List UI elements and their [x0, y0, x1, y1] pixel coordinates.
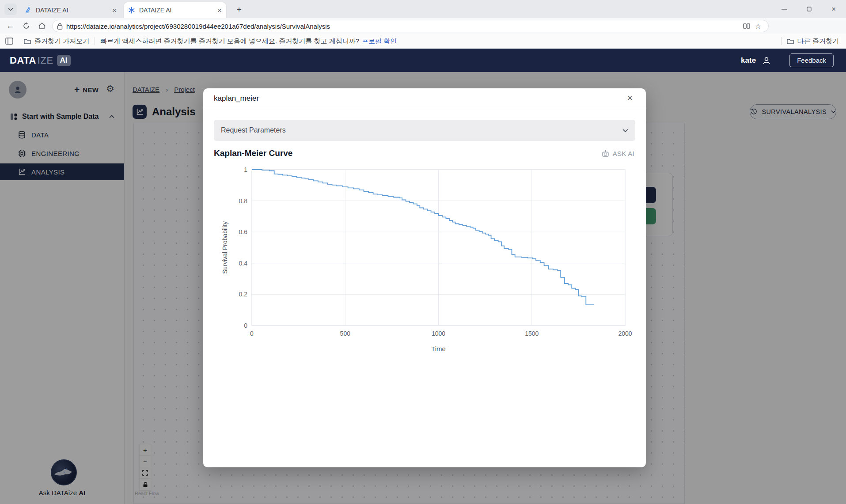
svg-text:1000: 1000	[432, 330, 445, 337]
panel-icon	[5, 38, 13, 45]
chevron-down-icon	[8, 8, 13, 11]
workspace: DATAIZE › Project Analysis SURVIVALANALY…	[0, 72, 846, 504]
browser-tab-strip: DATAIZE AI × DATAIZE AI × + ×	[0, 0, 846, 18]
kaplan-meier-modal: kaplan_meier × Request Parameters Kaplan…	[203, 88, 646, 467]
folder-icon	[24, 38, 31, 44]
favorite-star-button[interactable]: ☆	[752, 22, 764, 30]
address-bar[interactable]: https://dataize.io/analytics/project/693…	[52, 20, 769, 32]
profile-check-link[interactable]: 프로필 확인	[362, 37, 397, 45]
refresh-button[interactable]	[19, 20, 33, 32]
tab-title: DATAIZE AI	[139, 7, 214, 14]
sidebar-panel-button[interactable]	[5, 38, 13, 45]
modal-title: kaplan_meier	[214, 88, 259, 108]
logo-data-text: DATA	[10, 55, 36, 66]
favorites-hint-text: 빠르게 액세스하려면 즐겨찾기를 즐겨찾기 모음에 넣으세요. 즐겨찾기를 찾고…	[100, 37, 359, 45]
svg-text:1500: 1500	[525, 330, 539, 337]
window-maximize-button[interactable]	[797, 0, 821, 18]
window-close-button[interactable]: ×	[821, 0, 846, 18]
new-tab-button[interactable]: +	[233, 4, 245, 15]
dataize-logo[interactable]: DATA IZE AI	[10, 55, 71, 66]
robot-icon	[601, 149, 610, 158]
home-icon	[38, 22, 46, 30]
lock-icon	[57, 23, 63, 30]
split-screen-button[interactable]	[741, 23, 752, 29]
window-minimize-button[interactable]	[772, 0, 797, 18]
back-button[interactable]: ←	[4, 20, 17, 32]
import-favorites-label: 즐겨찾기 가져오기	[34, 37, 89, 45]
feedback-button[interactable]: Feedback	[789, 53, 834, 67]
other-favorites-label: 다른 즐겨찾기	[797, 37, 839, 45]
tab-title: DATAIZE AI	[36, 7, 109, 14]
modal-header: kaplan_meier ×	[203, 88, 646, 108]
other-favorites-button[interactable]: 다른 즐겨찾기	[787, 37, 839, 45]
chevron-down-icon	[622, 129, 628, 133]
svg-text:0.4: 0.4	[239, 260, 248, 267]
svg-text:0: 0	[244, 322, 247, 329]
url-text: https://dataize.io/analytics/project/693…	[66, 23, 741, 30]
svg-text:0: 0	[250, 330, 254, 337]
accordion-label: Request Parameters	[221, 126, 622, 134]
chart-title: Kaplan-Meier Curve	[214, 148, 292, 158]
refresh-icon	[23, 22, 30, 30]
import-favorites-button[interactable]: 즐겨찾기 가져오기	[24, 37, 89, 45]
divider	[95, 37, 95, 45]
svg-text:500: 500	[340, 330, 351, 337]
divider	[781, 37, 782, 45]
request-parameters-accordion[interactable]: Request Parameters	[214, 120, 635, 141]
bird-logo-icon	[25, 7, 32, 14]
browser-tab-1[interactable]: DATAIZE AI ×	[20, 2, 121, 18]
modal-close-button[interactable]: ×	[624, 92, 636, 104]
svg-text:0.2: 0.2	[239, 291, 248, 298]
snowflake-logo-icon	[128, 7, 135, 14]
tab-close-icon[interactable]: ×	[112, 7, 117, 14]
app-header: DATA IZE AI kate Feedback	[0, 49, 846, 72]
screen: DATAIZE AI × DATAIZE AI × + × ← https://…	[0, 0, 846, 504]
logo-ize-text: IZE	[38, 55, 53, 66]
km-chart-svg: 00.20.40.60.810500100015002000TimeSurviv…	[214, 163, 635, 361]
user-name: kate	[741, 56, 756, 65]
tab-close-icon[interactable]: ×	[217, 7, 222, 14]
svg-text:1: 1	[244, 166, 247, 173]
svg-text:0.8: 0.8	[239, 197, 248, 205]
user-menu-button[interactable]	[762, 56, 771, 65]
browser-nav-bar: ← https://dataize.io/analytics/project/6…	[0, 18, 846, 34]
ask-ai-label: ASK AI	[613, 150, 634, 157]
browser-tab-2-active[interactable]: DATAIZE AI ×	[124, 2, 226, 18]
svg-text:2000: 2000	[618, 330, 632, 337]
kaplan-meier-chart: 00.20.40.60.810500100015002000TimeSurviv…	[214, 163, 635, 361]
ask-ai-button[interactable]: ASK AI	[601, 149, 634, 158]
logo-ai-badge: AI	[57, 55, 71, 66]
person-icon	[762, 56, 771, 65]
svg-text:Survival Probability: Survival Probability	[221, 221, 228, 274]
window-controls: ×	[772, 0, 846, 18]
folder-icon	[787, 38, 794, 44]
svg-text:0.6: 0.6	[239, 228, 248, 235]
svg-text:Time: Time	[431, 345, 446, 352]
tab-search-button[interactable]	[4, 4, 17, 15]
home-button[interactable]	[35, 20, 49, 32]
favorites-bar: 즐겨찾기 가져오기 빠르게 액세스하려면 즐겨찾기를 즐겨찾기 모음에 넣으세요…	[0, 34, 846, 49]
split-screen-icon	[743, 23, 750, 29]
